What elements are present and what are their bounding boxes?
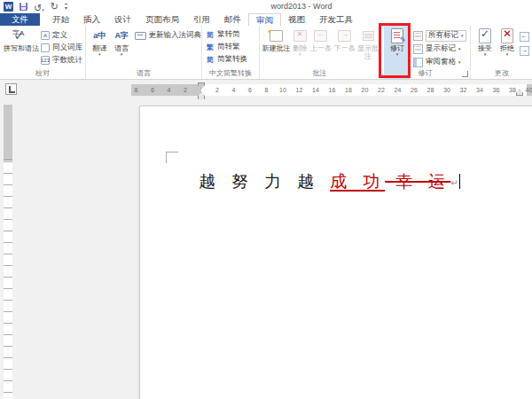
word-logo-icon[interactable]: W	[4, 2, 13, 12]
spelling-icon: 字A✓	[12, 29, 30, 43]
right-indent-marker[interactable]	[516, 90, 523, 96]
group-label-proofing: 校对	[0, 68, 85, 78]
ime-keyboard-icon	[135, 32, 146, 40]
all-markup-dropdown[interactable]: 所有标记▾	[413, 29, 466, 42]
text-deleted-tracked: 幸 运	[385, 171, 450, 191]
group-label-language: 语言	[86, 68, 201, 78]
show-markup-icon	[413, 44, 423, 54]
group-tracking: ✎ 修订 ▾ 所有标记▾ 显示标记▾ 审阅窗格▾ 修订	[380, 26, 471, 79]
accept-icon: ✓	[479, 28, 491, 43]
ruler-left-margin	[131, 84, 201, 96]
tab-review[interactable]: 审阅	[248, 13, 281, 26]
paragraph-mark: ↵	[450, 178, 458, 188]
tab-home[interactable]: 开始	[45, 13, 76, 26]
ruler-number: 12	[296, 86, 303, 94]
ruler-margin-number: 4	[168, 86, 171, 94]
qat-customize-icon[interactable]: ▾	[65, 4, 67, 11]
ribbon-tabs: 文件 开始 插入 设计 页面布局 引用 邮件 审阅 视图 开发工具	[0, 13, 532, 26]
ruler-margin-number: 2	[184, 86, 187, 94]
text-boundary-crop-mark	[166, 152, 178, 163]
all-markup-icon	[413, 31, 423, 41]
ruler-number: 2	[215, 86, 219, 94]
redo-icon[interactable]: ↻	[51, 2, 59, 12]
ruler-number: 32	[460, 86, 467, 94]
previous-change-button[interactable]: ←上一条	[520, 30, 532, 43]
simplified-to-traditional-button[interactable]: 繁简转繁	[206, 41, 247, 53]
ruler-number: 16	[329, 86, 336, 94]
ruler-number: 8	[265, 86, 269, 94]
define-button[interactable]: A定义	[41, 29, 82, 42]
group-label-comments: 批注	[260, 68, 379, 78]
tab-developer[interactable]: 开发工具	[312, 13, 360, 26]
ruler-number: 38	[509, 86, 516, 94]
document-text-line[interactable]: 越 努 力 越 成 功 幸 运↵	[199, 170, 460, 193]
tab-references[interactable]: 引用	[186, 13, 217, 26]
tracking-dialog-launcher-icon[interactable]	[462, 71, 468, 77]
tab-stop-selector[interactable]	[5, 83, 17, 95]
tab-file[interactable]: 文件	[0, 13, 40, 26]
text-inserted-tracked: 成 功	[330, 171, 385, 191]
jian-convert-icon: 简	[206, 55, 215, 65]
fan-icon: 繁	[206, 43, 215, 52]
tab-page-layout[interactable]: 页面布局	[138, 13, 186, 26]
word-count-button[interactable]: 123字数统计	[41, 54, 82, 66]
ruler-number: 4	[232, 86, 236, 94]
group-label-conversion: 中文简繁转换	[202, 68, 259, 78]
define-icon: A	[41, 31, 50, 40]
ruler-number: 40	[526, 86, 532, 94]
tab-design[interactable]: 设计	[107, 13, 138, 26]
show-markup-dropdown[interactable]: 显示标记▾	[413, 43, 466, 55]
document-area: 越 努 力 越 成 功 幸 运↵	[0, 99, 532, 399]
reviewing-pane-icon	[413, 58, 423, 67]
next-change-button[interactable]: →下一条	[520, 44, 532, 57]
ruler-number: 28	[427, 86, 434, 94]
ruler-number: 30	[443, 86, 450, 94]
new-comment-icon: ✶	[270, 30, 283, 42]
ruler-margin-number: 8	[135, 86, 138, 94]
horizontal-ruler: 8642 24681012141618202224262830323436384…	[131, 84, 532, 96]
ruler-number: 14	[312, 86, 319, 94]
group-label-tracking: 修订	[380, 68, 470, 78]
tab-insert[interactable]: 插入	[76, 13, 107, 26]
ruler-number: 18	[345, 86, 352, 94]
group-chinese-conversion: 简繁转简 繁简转繁 简简繁转换 中文简繁转换	[202, 26, 260, 79]
reviewing-pane-dropdown[interactable]: 审阅窗格▾	[413, 56, 466, 68]
show-comments-icon	[363, 31, 374, 41]
title-bar: W ↺▾ ↻ ▾ word2013 - Word	[0, 0, 532, 13]
tab-mailings[interactable]: 邮件	[217, 13, 248, 26]
group-proofing: 字A✓ 拼写和语法 A定义 同义词库 123字数统计 校对	[0, 26, 86, 79]
thesaurus-icon	[41, 43, 50, 52]
traditional-to-simplified-button[interactable]: 简繁转简	[206, 28, 247, 41]
jian-icon: 简	[206, 30, 215, 40]
next-change-icon: →	[520, 46, 529, 56]
tab-view[interactable]: 视图	[281, 13, 312, 26]
previous-change-icon: ←	[520, 32, 529, 42]
undo-caret-icon: ▾	[42, 7, 44, 12]
group-comments: ✶ 新建批注 ✕ 删除 ▾ ← 上一条 → 下一条 显示批注 批注	[260, 26, 380, 79]
word-count-icon: 123	[41, 56, 50, 65]
thesaurus-button[interactable]: 同义词库	[41, 42, 82, 54]
group-label-changes: 更改	[471, 68, 532, 78]
ruler-margin-number: 6	[151, 86, 154, 94]
vertical-ruler	[4, 105, 12, 399]
tab-stop-icon	[9, 86, 15, 93]
text-cursor	[459, 174, 461, 189]
ruler-number: 20	[362, 86, 369, 94]
language-icon: A字	[114, 32, 129, 40]
ruler-number: 34	[476, 86, 483, 94]
ruler-number: 22	[378, 86, 385, 94]
translate-icon: a中	[93, 32, 106, 40]
delete-comment-icon: ✕	[293, 30, 307, 42]
convert-button[interactable]: 简简繁转换	[206, 53, 247, 66]
save-icon[interactable]	[20, 3, 27, 11]
document-page[interactable]: 越 努 力 越 成 功 幸 运↵	[139, 106, 532, 399]
ruler-number: 6	[248, 86, 252, 94]
vertical-ruler-top-margin	[4, 105, 12, 160]
group-language: a中 翻译 ▾ A字 语言 ▾ 更新输入法词典 语言	[86, 26, 202, 79]
group-changes: ✓ 接受 ▾ ✕ 拒绝 ▾ ←上一条 →下一条 更改	[471, 26, 532, 79]
update-ime-dictionary-button[interactable]: 更新输入法词典	[135, 29, 202, 42]
previous-comment-icon: ←	[314, 30, 327, 42]
ruler-number: 24	[395, 86, 402, 94]
next-comment-icon: →	[338, 30, 351, 42]
text-normal: 越 努 力 越	[199, 171, 330, 191]
